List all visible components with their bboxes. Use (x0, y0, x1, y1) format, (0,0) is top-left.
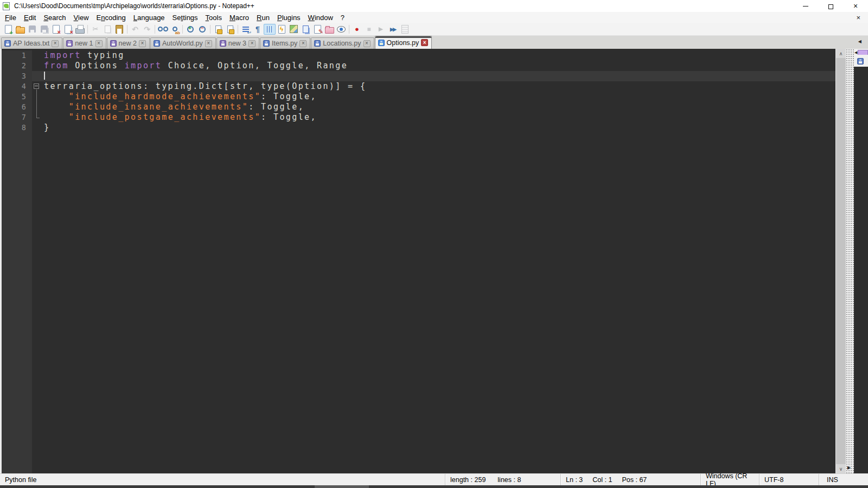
code-text[interactable]: "include_postgame_achievements": Toggle, (43, 112, 835, 123)
document-map-icon[interactable] (288, 24, 299, 35)
secondary-tab-partial[interactable] (854, 56, 868, 67)
macro-play-icon (375, 24, 387, 35)
tab-options-py[interactable]: Options.py× (375, 36, 432, 49)
show-indent-guide-icon[interactable] (264, 24, 276, 35)
zoom-out-icon[interactable] (196, 24, 208, 35)
folder-as-workspace-icon[interactable] (323, 24, 335, 35)
status-eol-format[interactable]: Windows (CR LF) (701, 474, 760, 485)
file-modified-icon (66, 40, 73, 47)
tab-new-1[interactable]: new 1× (63, 37, 106, 49)
code-line[interactable]: 5 "include_hardmode_achievements": Toggl… (2, 92, 835, 102)
fold-collapse-icon[interactable] (34, 84, 39, 89)
menu-run[interactable]: Run (253, 12, 273, 23)
code-editor[interactable]: 1import typing2from Options import Choic… (2, 49, 835, 473)
word-wrap-icon[interactable] (240, 24, 252, 35)
minimize-button[interactable] (793, 0, 818, 12)
monitoring-icon[interactable] (335, 24, 347, 35)
sync-horizontal-icon[interactable] (224, 24, 236, 35)
scroll-down-button[interactable]: ∨ (836, 464, 846, 473)
code-text[interactable]: import typing (43, 50, 835, 61)
code-line[interactable]: 2from Options import Choice, Option, Tog… (2, 61, 835, 71)
open-file-icon[interactable] (14, 24, 26, 35)
show-all-characters-icon[interactable] (252, 24, 264, 35)
tab-close-button[interactable]: × (139, 40, 146, 47)
file-modified-icon (110, 40, 117, 47)
code-line[interactable]: 7 "include_postgame_achievements": Toggl… (2, 112, 835, 123)
view-splitter[interactable]: ▶ (846, 49, 854, 473)
tab-close-button[interactable]: × (421, 39, 428, 46)
status-insert-mode[interactable]: INS (819, 474, 868, 485)
replace-icon[interactable] (169, 24, 181, 35)
menu-macro[interactable]: Macro (226, 12, 253, 23)
scrollbar-thumb[interactable] (836, 58, 846, 464)
editor-background[interactable] (32, 133, 835, 473)
close-icon[interactable] (50, 24, 62, 35)
code-line[interactable]: 1import typing (2, 50, 835, 61)
tab-scroll-left-button[interactable]: ◀ (858, 39, 861, 44)
restore-button[interactable] (818, 0, 843, 12)
tab-ap-ideas-txt[interactable]: AP Ideas.txt× (1, 37, 62, 49)
tab-scroll-left-icon[interactable]: ◀ (854, 50, 858, 55)
close-all-icon[interactable] (62, 24, 74, 35)
macro-run-multiple-icon[interactable] (387, 24, 399, 35)
scrollbar-track[interactable] (836, 58, 846, 464)
code-text[interactable]: terraria_options: typing.Dict[str, type(… (43, 81, 835, 92)
tab-new-3[interactable]: new 3× (216, 37, 259, 49)
function-list-icon[interactable] (276, 24, 288, 35)
scroll-up-button[interactable]: ∧ (836, 49, 846, 58)
document-list-icon[interactable] (299, 24, 311, 35)
menu-language[interactable]: Language (130, 12, 169, 23)
tab-items-py[interactable]: Items.py× (260, 37, 310, 49)
status-doc-type: Python file (0, 474, 445, 485)
sync-vertical-icon[interactable] (212, 24, 224, 35)
status-lines: lines : 8 (497, 476, 521, 484)
tab-close-button[interactable]: × (248, 40, 256, 47)
find-icon[interactable] (157, 24, 169, 35)
taskbar-edge (0, 485, 868, 488)
code-line[interactable]: 8} (2, 123, 835, 133)
code-text[interactable] (43, 71, 835, 81)
macro-record-icon[interactable] (351, 24, 363, 35)
close-button[interactable]: × (843, 0, 868, 12)
code-text[interactable]: from Options import Choice, Option, Togg… (43, 61, 835, 71)
code-text[interactable]: "include_hardmode_achievements": Toggle, (43, 92, 835, 102)
menu-view[interactable]: View (70, 12, 93, 23)
menu-window[interactable]: Window (304, 12, 337, 23)
vertical-scrollbar[interactable]: ∧ ∨ (835, 49, 846, 473)
menu-settings[interactable]: Settings (169, 12, 202, 23)
menu-search[interactable]: Search (40, 12, 69, 23)
code-line[interactable]: 6 "include_insane_achievements": Toggle, (2, 102, 835, 112)
paste-icon[interactable] (113, 24, 125, 35)
tab-close-button[interactable]: × (205, 40, 212, 47)
file-modified-icon (220, 40, 226, 47)
menu--[interactable]: ? (337, 12, 348, 23)
file-saved-icon (154, 40, 160, 47)
tab-close-button[interactable]: × (363, 40, 371, 47)
tab-locations-py[interactable]: Locations.py× (311, 37, 374, 49)
menu-encoding[interactable]: Encoding (93, 12, 130, 23)
code-line[interactable]: 3 (2, 71, 835, 81)
secondary-editor-background (854, 67, 868, 473)
tab-autoworld-py[interactable]: AutoWorld.py× (150, 37, 216, 49)
code-line[interactable]: 4terraria_options: typing.Dict[str, type… (2, 81, 835, 92)
menu-plugins[interactable]: Plugins (273, 12, 304, 23)
tab-close-button[interactable]: × (299, 40, 307, 47)
code-text[interactable]: } (43, 123, 835, 133)
tab-close-button[interactable]: × (95, 40, 103, 47)
edit-file-icon[interactable] (311, 24, 323, 35)
code-text[interactable]: "include_insane_achievements": Toggle, (43, 102, 835, 112)
new-file-icon[interactable] (2, 24, 14, 35)
fold-margin[interactable] (32, 81, 43, 92)
menu-edit[interactable]: Edit (20, 12, 40, 23)
zoom-in-icon[interactable] (184, 24, 196, 35)
tab-new-2[interactable]: new 2× (107, 37, 150, 49)
status-encoding[interactable]: UTF-8 (760, 474, 819, 485)
menubar-close-button[interactable]: × (854, 14, 863, 22)
toolbar-separator (349, 25, 349, 34)
menu-tools[interactable]: Tools (202, 12, 226, 23)
window-controls: × (793, 0, 868, 12)
tab-close-button[interactable]: × (52, 40, 59, 47)
print-icon[interactable] (74, 24, 86, 35)
menu-file[interactable]: File (1, 12, 20, 23)
fold-margin (32, 50, 43, 61)
